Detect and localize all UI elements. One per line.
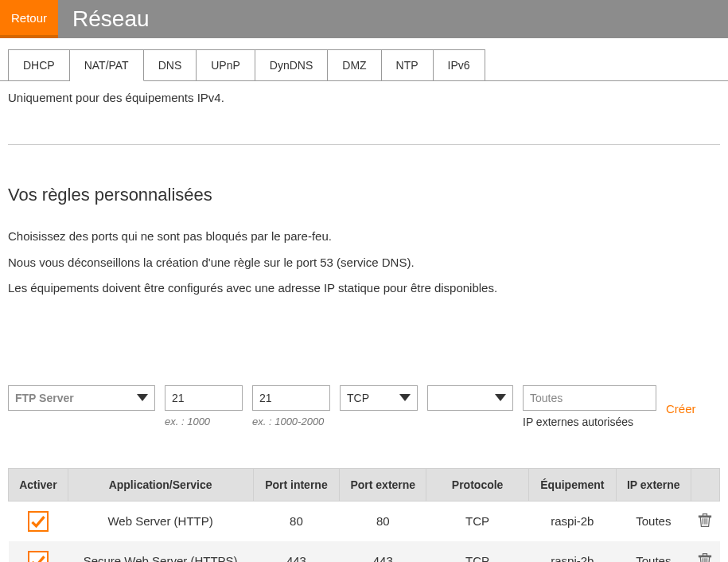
tab-ipv6[interactable]: IPv6 xyxy=(434,49,485,81)
col-port-int: Port interne xyxy=(253,468,340,501)
app-service-dropdown[interactable]: FTP Server xyxy=(8,385,155,411)
tab-dyndns[interactable]: DynDNS xyxy=(255,49,328,81)
help-text-3: Les équipements doivent être configurés … xyxy=(8,279,720,298)
tab-bar: DHCP NAT/PAT DNS UPnP DynDNS DMZ NTP IPv… xyxy=(8,49,728,81)
table-row: Web Server (HTTP) 80 80 TCP raspi-2b Tou… xyxy=(9,501,720,541)
cell-port-ext: 443 xyxy=(340,541,426,563)
check-icon xyxy=(30,513,46,529)
delete-button[interactable] xyxy=(697,551,713,562)
tab-dhcp[interactable]: DHCP xyxy=(8,49,70,81)
col-ip-ext: IP externe xyxy=(616,468,691,501)
tab-ntp[interactable]: NTP xyxy=(382,49,434,81)
chevron-down-icon xyxy=(137,394,148,401)
protocol-value: TCP xyxy=(347,392,369,404)
tab-natpat[interactable]: NAT/PAT xyxy=(70,49,144,81)
tab-dns[interactable]: DNS xyxy=(144,49,197,81)
ipv4-note: Uniquement pour des équipements IPv4. xyxy=(8,91,720,104)
col-equipment: Équipement xyxy=(529,468,617,501)
help-text-2: Nous vous déconseillons la création d'un… xyxy=(8,254,720,272)
col-protocol: Protocole xyxy=(426,468,529,501)
delete-button[interactable] xyxy=(697,511,713,529)
port-internal-hint: ex. : 1000 xyxy=(165,416,243,427)
tab-dmz[interactable]: DMZ xyxy=(328,49,381,81)
col-port-ext: Port externe xyxy=(340,468,426,501)
cell-ip-ext: Toutes xyxy=(616,501,691,541)
port-external-hint: ex. : 1000-2000 xyxy=(252,416,330,427)
page-title: Réseau xyxy=(58,0,150,38)
check-icon xyxy=(30,553,46,563)
cell-protocol: TCP xyxy=(426,501,529,541)
rules-table: Activer Application/Service Port interne… xyxy=(8,468,720,563)
cell-port-ext: 80 xyxy=(340,501,426,541)
equipment-dropdown[interactable] xyxy=(427,385,513,411)
activate-checkbox[interactable] xyxy=(28,511,49,532)
cell-equipment: raspi-2b xyxy=(529,501,617,541)
help-text-1: Choisissez des ports qui ne sont pas blo… xyxy=(8,228,720,246)
cell-protocol: TCP xyxy=(426,541,529,563)
cell-ip-ext: Toutes xyxy=(616,541,691,563)
protocol-dropdown[interactable]: TCP xyxy=(340,385,418,411)
col-activate: Activer xyxy=(9,468,68,501)
cell-port-int: 80 xyxy=(253,501,340,541)
trash-icon xyxy=(697,511,713,529)
cell-app: Web Server (HTTP) xyxy=(68,501,253,541)
back-button[interactable]: Retour xyxy=(0,0,58,38)
tab-upnp[interactable]: UPnP xyxy=(197,49,255,81)
cell-port-int: 443 xyxy=(253,541,340,563)
cell-app: Secure Web Server (HTTPS) xyxy=(68,541,253,563)
rule-form: FTP Server ex. : 1000 ex. : 1000-2000 TC… xyxy=(8,385,720,428)
activate-checkbox[interactable] xyxy=(28,551,49,563)
section-title: Vos règles personnalisées xyxy=(8,185,720,205)
ip-external-label: IP externes autorisées xyxy=(523,416,656,428)
col-actions xyxy=(691,468,719,501)
divider xyxy=(8,144,720,145)
port-external-input[interactable] xyxy=(252,385,330,411)
trash-icon xyxy=(697,551,713,562)
chevron-down-icon xyxy=(495,394,506,401)
chevron-down-icon xyxy=(399,394,411,401)
table-row: Secure Web Server (HTTPS) 443 443 TCP ra… xyxy=(9,541,720,563)
app-service-value: FTP Server xyxy=(15,392,74,404)
create-button[interactable]: Créer xyxy=(666,397,696,416)
port-internal-input[interactable] xyxy=(165,385,243,411)
col-app: Application/Service xyxy=(68,468,253,501)
ip-external-input[interactable] xyxy=(523,385,656,411)
cell-equipment: raspi-2b xyxy=(529,541,617,563)
